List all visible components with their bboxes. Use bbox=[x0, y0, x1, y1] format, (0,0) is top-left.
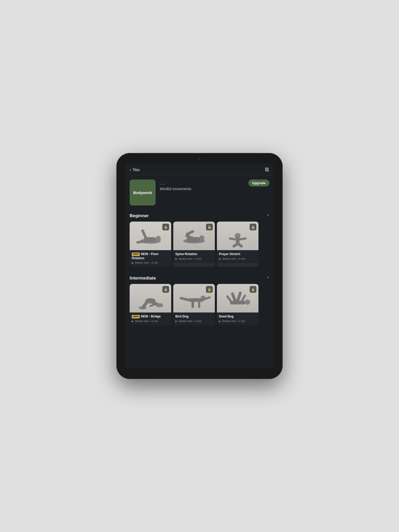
lock-icon: 🔒 bbox=[207, 225, 211, 229]
video-title-bridge: NEWNEW - Bridge bbox=[132, 315, 169, 319]
video-info-bridge: NEWNEW - Bridge ▶ Stretch mini • 2 min bbox=[130, 312, 171, 325]
svg-line-31 bbox=[232, 294, 235, 301]
video-meta-floor-rotation: ▶ Stretch mini • 2 min bbox=[132, 261, 169, 264]
meta-icon-spine-rotation: ▶ bbox=[175, 257, 177, 260]
video-card-bridge[interactable]: 🔒 NEWNEW - Bridge ▶ Stretch mini • 2 min bbox=[130, 284, 171, 325]
svg-line-3 bbox=[143, 231, 147, 239]
svg-rect-24 bbox=[189, 298, 203, 302]
video-card-dead-bug[interactable]: 🔒 Dead Bug ▶ Stretch mini • 2 min bbox=[217, 284, 258, 325]
svg-line-33 bbox=[242, 296, 245, 302]
svg-line-14 bbox=[238, 238, 245, 240]
svg-point-30 bbox=[245, 300, 250, 305]
chevron-up-icon-beginner: ⌃ bbox=[266, 214, 269, 218]
video-card-bird-dog[interactable]: 🔒 Bird Dog ▶ Stretch mini • 2 min bbox=[173, 284, 215, 325]
lock-icon: 🔒 bbox=[207, 288, 211, 291]
svg-point-2 bbox=[156, 236, 161, 241]
lock-badge-dead-bug: 🔒 bbox=[250, 286, 256, 293]
video-meta-prayer-stretch: ▶ Stretch mini • 2 min bbox=[219, 257, 256, 260]
camera-dot bbox=[198, 158, 201, 160]
svg-line-16 bbox=[238, 244, 242, 246]
lock-icon: 🔒 bbox=[251, 225, 255, 229]
lock-icon: 🔒 bbox=[164, 225, 168, 229]
svg-line-9 bbox=[188, 231, 193, 234]
share-link-icon[interactable]: ⛓ bbox=[265, 167, 269, 172]
lock-badge-bridge: 🔒 bbox=[162, 286, 169, 293]
section-title-intermediate: Intermediate bbox=[130, 276, 156, 281]
header: ‹ You ⛓ bbox=[125, 163, 274, 175]
meta-icon-floor-rotation: ▶ bbox=[132, 261, 134, 264]
hero-subtitle: Mindful movements bbox=[160, 187, 269, 191]
meta-icon-bridge: ▶ bbox=[132, 320, 134, 323]
video-title-dead-bug: Dead Bug bbox=[219, 315, 256, 319]
back-button[interactable]: ‹ You bbox=[130, 168, 139, 172]
upgrade-button[interactable]: Upgrade bbox=[248, 179, 269, 187]
tablet-frame: ‹ You ⛓ Bodywork ... Mindful movements U… bbox=[116, 153, 283, 379]
new-badge-floor-rotation: NEW bbox=[132, 252, 140, 256]
video-title-bird-dog: Bird Dog bbox=[175, 315, 213, 319]
video-title-spine-rotation: Spine Rotation bbox=[175, 252, 213, 256]
lock-icon: 🔒 bbox=[251, 288, 255, 291]
lock-icon: 🔒 bbox=[164, 288, 168, 291]
new-badge-bridge: NEW bbox=[132, 315, 140, 318]
hero-section: Bodywork ... Mindful movements Upgrade bbox=[125, 175, 274, 210]
section-title-beginner: Beginner bbox=[130, 213, 149, 218]
svg-point-7 bbox=[199, 235, 204, 241]
section-header-intermediate[interactable]: Intermediate ⌃ bbox=[125, 272, 274, 284]
video-grid-beginner: 🔒 NEWNEW - Floor Rotation ▶ Stretch mini… bbox=[125, 222, 274, 271]
section-header-beginner[interactable]: Beginner ⌃ bbox=[125, 210, 274, 222]
svg-line-26 bbox=[181, 298, 189, 300]
video-meta-bridge: ▶ Stretch mini • 2 min bbox=[132, 320, 169, 323]
section-beginner: Beginner ⌃ bbox=[125, 210, 274, 271]
lock-badge-bird-dog: 🔒 bbox=[206, 286, 213, 293]
meta-icon-bird-dog: ▶ bbox=[175, 320, 177, 323]
video-card-prayer-stretch[interactable]: 🔒 Prayer Stretch ▶ Stretch mini • 2 min bbox=[217, 222, 258, 267]
header-title: You bbox=[132, 168, 139, 172]
video-meta-spine-rotation: ▶ Stretch mini • 3 min bbox=[175, 257, 213, 260]
scroll-content[interactable]: Beginner ⌃ bbox=[125, 210, 274, 369]
video-info-bird-dog: Bird Dog ▶ Stretch mini • 2 min bbox=[173, 312, 215, 325]
video-title-floor-rotation: NEWNEW - Floor Rotation bbox=[132, 252, 169, 260]
back-icon: ‹ bbox=[130, 168, 131, 172]
svg-line-32 bbox=[238, 293, 240, 301]
video-title-prayer-stretch: Prayer Stretch bbox=[219, 252, 256, 256]
video-meta-dead-bug: ▶ Stretch mini • 2 min bbox=[219, 320, 256, 323]
lock-badge-floor-rotation: 🔒 bbox=[162, 224, 169, 230]
video-info-spine-rotation: Spine Rotation ▶ Stretch mini • 3 min bbox=[173, 250, 215, 263]
video-grid-intermediate: 🔒 NEWNEW - Bridge ▶ Stretch mini • 2 min bbox=[125, 284, 274, 329]
svg-line-22 bbox=[150, 304, 156, 306]
svg-point-21 bbox=[156, 303, 163, 307]
video-info-floor-rotation: NEWNEW - Floor Rotation ▶ Stretch mini •… bbox=[130, 250, 171, 267]
section-intermediate: Intermediate ⌃ bbox=[125, 272, 274, 329]
lock-badge-spine-rotation: 🔒 bbox=[206, 224, 213, 230]
video-card-floor-rotation[interactable]: 🔒 NEWNEW - Floor Rotation ▶ Stretch mini… bbox=[130, 222, 171, 267]
tablet-screen: ‹ You ⛓ Bodywork ... Mindful movements U… bbox=[125, 163, 274, 369]
svg-line-34 bbox=[227, 296, 231, 302]
svg-line-4 bbox=[137, 241, 147, 242]
hero-thumbnail-text: Bodywork bbox=[133, 190, 152, 195]
hero-thumbnail: Bodywork bbox=[130, 179, 156, 205]
lock-badge-prayer-stretch: 🔒 bbox=[250, 224, 256, 230]
chevron-up-icon-intermediate: ⌃ bbox=[266, 276, 269, 280]
video-info-dead-bug: Dead Bug ▶ Stretch mini • 2 min bbox=[217, 312, 258, 325]
meta-icon-dead-bug: ▶ bbox=[219, 320, 221, 323]
svg-line-13 bbox=[230, 238, 238, 240]
video-meta-bird-dog: ▶ Stretch mini • 2 min bbox=[175, 320, 213, 323]
video-card-spine-rotation[interactable]: 🔒 Spine Rotation ▶ Stretch mini • 3 min bbox=[173, 222, 215, 267]
meta-icon-prayer-stretch: ▶ bbox=[219, 257, 221, 260]
video-info-prayer-stretch: Prayer Stretch ▶ Stretch mini • 2 min bbox=[217, 250, 258, 263]
